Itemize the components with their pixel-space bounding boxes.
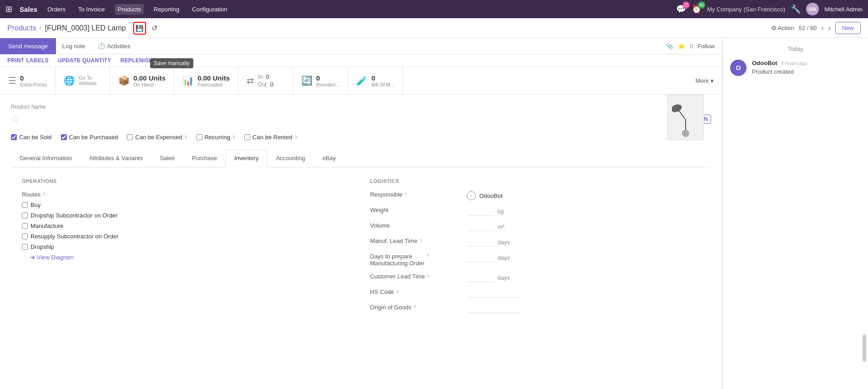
days-prepare-input[interactable]: 0.00 <box>467 253 494 262</box>
reset-button[interactable]: ↺ <box>151 24 157 32</box>
activities-button[interactable]: 🕐 Activities <box>91 38 136 54</box>
manuf-lead-input[interactable]: 0.00 <box>467 237 494 247</box>
breadcrumb-parent[interactable]: Products <box>7 24 36 32</box>
extra-prices-number: 0 <box>20 74 47 82</box>
go-to-label1: Go To <box>79 75 97 81</box>
tab-inventory[interactable]: Inventory <box>226 150 267 167</box>
route-buy[interactable]: Buy <box>22 202 352 208</box>
user-avatar[interactable]: MA <box>806 3 819 15</box>
days-prepare-help-icon: ? <box>426 253 429 258</box>
go-to-website-stat[interactable]: 🌐 Go To Website <box>56 67 110 94</box>
route-resupply-subcontractor[interactable]: Resupply Subcontractor on Order <box>22 233 352 240</box>
bom-label: Bill Of M... <box>371 82 394 87</box>
message-item: O OdooBot 3 hours ago Product created <box>730 60 861 76</box>
hs-code-input[interactable] <box>467 288 521 298</box>
volume-input[interactable]: 0.00 <box>467 222 494 231</box>
route-dropship-subcontractor[interactable]: Dropship Subcontractor on Order <box>22 212 352 219</box>
on-hand-stat[interactable]: 📦 0.00 Units On Hand <box>110 67 174 94</box>
bom-stat[interactable]: 🧪 0 Bill Of M... <box>348 67 403 94</box>
route-dropship[interactable]: Dropship <box>22 243 352 250</box>
scroll-indicator[interactable] <box>863 334 866 362</box>
reordering-stat[interactable]: 🔄 0 Reorderi... <box>293 67 348 94</box>
tab-purchase[interactable]: Purchase <box>183 150 226 167</box>
hs-code-help-icon: ? <box>396 289 399 295</box>
manuf-lead-time-row: Manuf. Lead Time ? 0.00 days <box>370 237 701 247</box>
product-name-field-label: Product Name <box>11 104 711 110</box>
weight-input[interactable]: 0.01 <box>467 207 494 216</box>
hs-code-label: HS Code ? <box>370 288 461 295</box>
extra-prices-label: Extra Prices <box>20 82 47 87</box>
app-grid-icon[interactable]: ⊞ <box>5 4 12 14</box>
can-be-purchased-checkbox[interactable]: Can be Purchased <box>61 134 118 141</box>
inout-stat[interactable]: ⇄ In:0 Out:0 <box>238 67 293 94</box>
replenish-button[interactable]: REPLENISH <box>121 57 153 64</box>
stats-bar: ☰ 0 Extra Prices 🌐 Go To Website 📦 0.00 … <box>0 67 722 95</box>
box-icon: 📦 <box>118 75 130 86</box>
tab-sales[interactable]: Sales <box>151 150 183 167</box>
pagination-prev[interactable]: ‹ <box>821 24 823 32</box>
inventory-tab-content: OPERATIONS Routes ? Buy Dropship Subcont… <box>11 167 711 330</box>
days-prepare-unit: days <box>498 254 510 261</box>
customer-lead-help-icon: ? <box>427 274 429 279</box>
weight-field-row: Weight 0.01 kg <box>370 207 701 216</box>
more-button[interactable]: More ▾ <box>687 67 722 94</box>
can-be-sold-checkbox[interactable]: Can be Sold <box>11 134 52 141</box>
list-icon: ☰ <box>8 75 16 86</box>
reordering-number: 0 <box>316 74 339 82</box>
username[interactable]: Mitchell Admin <box>824 6 863 13</box>
days-prepare-row: Days to prepareManufacturing Order ? 0.0… <box>370 253 701 267</box>
responsible-field-row: Responsible ? ○ OdooBot <box>370 191 701 200</box>
manuf-lead-help-icon: ? <box>419 238 422 244</box>
app-name[interactable]: Sales <box>20 5 37 13</box>
nav-reporting[interactable]: Reporting <box>151 4 182 15</box>
settings-icon[interactable]: 🔧 <box>791 4 801 14</box>
favorite-star-icon[interactable]: ☆ <box>11 113 20 125</box>
nav-products[interactable]: Products <box>115 4 143 15</box>
new-button[interactable]: New <box>835 22 861 34</box>
responsible-value[interactable]: ○ OdooBot <box>467 191 701 200</box>
product-image[interactable] <box>667 95 704 140</box>
action-labels-bar: PRINT LABELS UPDATE QUANTITY REPLENISH <box>0 55 722 67</box>
attachment-icon[interactable]: 📎 <box>666 43 673 50</box>
customer-lead-unit: days <box>498 274 510 281</box>
refresh-icon: 🔄 <box>301 75 313 86</box>
view-diagram-link[interactable]: ➜ View Diagram <box>22 254 352 261</box>
action-dropdown[interactable]: ⚙ Action <box>771 25 794 31</box>
product-checkboxes: Can be Sold Can be Purchased Can be Expe… <box>11 134 711 141</box>
log-note-button[interactable]: Log note <box>56 38 92 54</box>
follow-button[interactable]: Follow <box>697 43 715 50</box>
pagination-next[interactable]: › <box>828 24 831 32</box>
origin-goods-input[interactable] <box>467 304 521 313</box>
star-action-icon[interactable]: ⭐ <box>678 43 685 50</box>
tab-ebay[interactable]: eBay <box>314 150 345 167</box>
recurring-checkbox[interactable]: Recurring ? <box>197 134 235 141</box>
responsible-help-icon: ? <box>404 192 407 197</box>
nav-to-invoice[interactable]: To Invoice <box>76 4 108 15</box>
message-author: OdooBot <box>752 60 777 66</box>
can-be-expensed-checkbox[interactable]: Can be Expensed ? <box>127 134 187 141</box>
save-manually-button[interactable]: 💾 <box>133 22 146 35</box>
product-name-input[interactable]: LED Lamp <box>25 112 691 126</box>
discussion-icon[interactable]: 💬25 <box>676 4 686 14</box>
print-labels-button[interactable]: PRINT LABELS <box>7 57 49 64</box>
update-quantity-button[interactable]: UPDATE QUANTITY <box>58 57 111 64</box>
on-hand-number: 0.00 Units <box>133 74 166 82</box>
forecasted-number: 0.00 Units <box>197 74 230 82</box>
chart-icon: 📊 <box>182 75 194 86</box>
tab-attributes-variants[interactable]: Attributes & Variants <box>81 150 151 167</box>
can-be-rented-checkbox[interactable]: Can be Rented ? <box>244 134 298 141</box>
nav-configuration[interactable]: Configuration <box>189 4 230 15</box>
tab-general-information[interactable]: General Information <box>11 150 81 167</box>
extra-prices-stat[interactable]: ☰ 0 Extra Prices <box>0 67 56 94</box>
send-message-button[interactable]: Send message <box>0 38 56 54</box>
forecasted-label: Forecasted <box>197 82 230 87</box>
timer-icon[interactable]: ⏰40 <box>691 4 701 14</box>
customer-lead-input[interactable]: 0.00 <box>467 273 494 282</box>
product-form: Product Name ☆ LED Lamp EN Can be Sold C… <box>0 95 722 339</box>
tab-accounting[interactable]: Accounting <box>267 150 313 167</box>
route-manufacture[interactable]: Manufacture <box>22 222 352 229</box>
forecasted-stat[interactable]: 📊 0.00 Units Forecasted <box>174 67 238 94</box>
operations-title: OPERATIONS <box>22 178 352 184</box>
left-panel: Send message Log note 🕐 Activities 📎 ⭐ 0… <box>0 38 722 389</box>
nav-orders[interactable]: Orders <box>45 4 68 15</box>
